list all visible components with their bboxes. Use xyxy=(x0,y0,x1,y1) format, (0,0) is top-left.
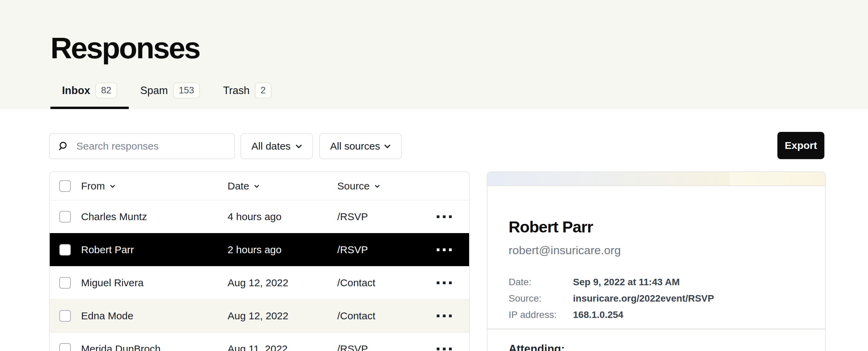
column-header-from[interactable]: From xyxy=(81,180,228,192)
table-row[interactable]: Merida DunBroch Aug 11, 2022 /RSVP xyxy=(50,332,469,351)
select-all-cell xyxy=(59,180,71,192)
row-date: Aug 11, 2022 xyxy=(228,343,337,351)
tab-inbox-label: Inbox xyxy=(62,85,90,97)
row-checkbox[interactable] xyxy=(59,343,71,351)
table-row[interactable]: Charles Muntz 4 hours ago /RSVP xyxy=(50,200,469,233)
table-row[interactable]: Miguel Rivera Aug 12, 2022 /Contact xyxy=(50,266,469,299)
detail-email: robert@insuricare.org xyxy=(509,244,804,257)
meta-row-source: Source: insuricare.org/2022event/RSVP xyxy=(509,290,804,307)
chevron-down-icon xyxy=(294,141,304,151)
table-row[interactable]: Edna Mode Aug 12, 2022 /Contact xyxy=(50,299,469,332)
detail-name: Robert Parr xyxy=(509,217,804,236)
tab-trash-count-badge: 2 xyxy=(255,82,272,98)
responses-table: From Date Source xyxy=(49,171,470,351)
row-from: Robert Parr xyxy=(81,244,228,256)
ellipsis-menu-icon[interactable] xyxy=(435,311,453,321)
row-checkbox[interactable] xyxy=(59,211,71,223)
source-filter-label: All sources xyxy=(330,140,380,152)
chevron-down-icon xyxy=(374,183,381,190)
row-checkbox[interactable] xyxy=(59,310,71,322)
tab-spam-label: Spam xyxy=(140,85,168,97)
tab-spam[interactable]: Spam 153 xyxy=(129,82,212,109)
ellipsis-menu-icon[interactable] xyxy=(435,344,453,351)
column-header-source[interactable]: Source xyxy=(337,180,429,192)
row-source: /RSVP xyxy=(337,211,429,223)
response-detail-panel: Robert Parr robert@insuricare.org Date: … xyxy=(487,171,826,351)
row-date: 2 hours ago xyxy=(228,244,337,256)
tab-spam-count-badge: 153 xyxy=(173,82,200,98)
export-button[interactable]: Export xyxy=(777,132,824,159)
detail-body: Robert Parr robert@insuricare.org Date: … xyxy=(487,186,825,351)
tab-trash[interactable]: Trash 2 xyxy=(212,82,283,109)
detail-meta: Date: Sep 9, 2022 at 11:43 AM Source: in… xyxy=(509,274,804,323)
responses-page: Responses Inbox 82 Spam 153 Trash 2 xyxy=(0,0,868,351)
meta-row-date: Date: Sep 9, 2022 at 11:43 AM xyxy=(509,274,804,290)
date-filter-select[interactable]: All dates xyxy=(241,133,313,159)
attending-heading: Attending: xyxy=(509,342,804,351)
row-source: /RSVP xyxy=(337,244,429,256)
tab-bar: Inbox 82 Spam 153 Trash 2 xyxy=(50,82,283,109)
ellipsis-menu-icon[interactable] xyxy=(435,278,453,288)
page-header: Responses Inbox 82 Spam 153 Trash 2 xyxy=(0,0,868,109)
tab-inbox-count-badge: 82 xyxy=(95,82,117,98)
search-icon xyxy=(58,141,69,152)
row-checkbox[interactable] xyxy=(59,244,71,256)
date-filter-label: All dates xyxy=(251,140,291,152)
filter-toolbar: All dates All sources Export xyxy=(49,132,824,159)
row-source: /Contact xyxy=(337,277,429,289)
tab-trash-label: Trash xyxy=(223,85,250,97)
row-from: Merida DunBroch xyxy=(81,343,228,351)
column-header-date[interactable]: Date xyxy=(228,180,337,192)
chevron-down-icon xyxy=(383,141,392,151)
row-from: Charles Muntz xyxy=(81,211,228,223)
row-from: Miguel Rivera xyxy=(81,277,228,289)
row-checkbox[interactable] xyxy=(59,277,71,289)
source-filter-select[interactable]: All sources xyxy=(319,133,402,159)
select-all-checkbox[interactable] xyxy=(59,180,71,192)
search-box[interactable] xyxy=(49,133,235,159)
row-date: 4 hours ago xyxy=(228,211,337,223)
ellipsis-menu-icon[interactable] xyxy=(435,245,453,255)
table-header-row: From Date Source xyxy=(50,172,469,200)
row-date: Aug 12, 2022 xyxy=(228,277,337,289)
main-content: From Date Source xyxy=(49,171,868,351)
meta-row-ip: IP address: 168.1.0.254 xyxy=(509,307,804,323)
row-from: Edna Mode xyxy=(81,310,228,322)
row-date: Aug 12, 2022 xyxy=(228,310,337,322)
chevron-down-icon xyxy=(253,183,260,190)
section-divider xyxy=(487,329,825,330)
search-input[interactable] xyxy=(76,140,226,152)
chevron-down-icon xyxy=(109,183,116,190)
ellipsis-menu-icon[interactable] xyxy=(435,212,453,222)
row-source: /RSVP xyxy=(337,343,429,351)
detail-gradient-strip xyxy=(487,172,825,186)
table-row[interactable]: Robert Parr 2 hours ago /RSVP xyxy=(50,233,469,266)
tab-inbox[interactable]: Inbox 82 xyxy=(50,82,129,109)
row-source: /Contact xyxy=(337,310,429,322)
page-title: Responses xyxy=(50,31,200,65)
